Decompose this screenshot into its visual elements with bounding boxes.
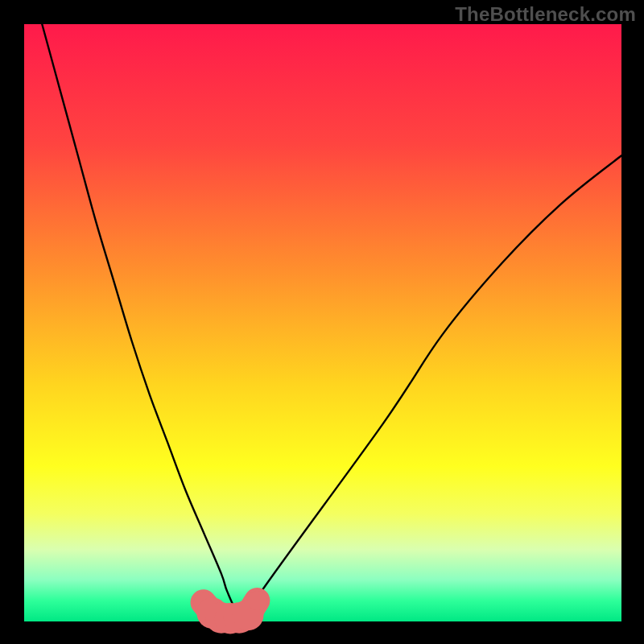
bottleneck-chart	[0, 0, 644, 644]
watermark-text: TheBottleneck.com	[455, 3, 636, 26]
gradient-background	[24, 24, 621, 621]
chart-frame: TheBottleneck.com	[0, 0, 644, 644]
optimal-point	[248, 591, 267, 610]
